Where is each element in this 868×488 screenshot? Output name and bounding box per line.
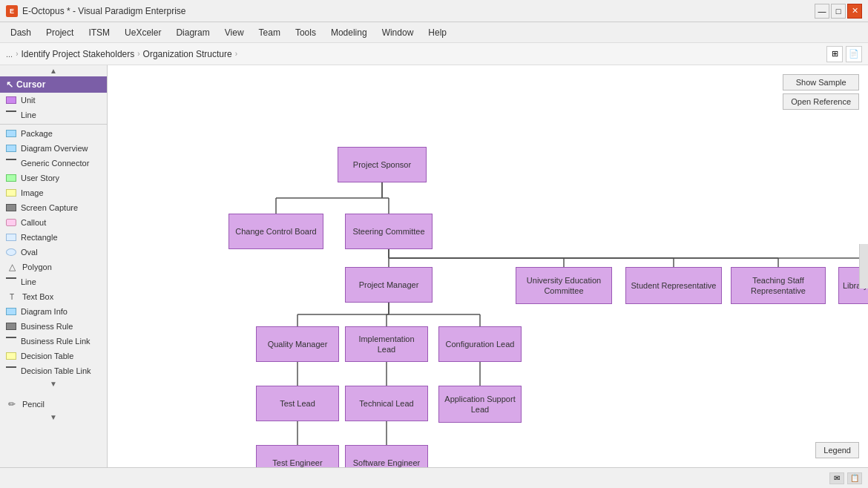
legend-button[interactable]: Legend <box>815 442 859 458</box>
close-button[interactable]: ✕ <box>847 4 862 19</box>
show-sample-button[interactable]: Show Sample <box>783 74 859 90</box>
menu-help[interactable]: Help <box>421 25 454 40</box>
sidebar-item-business-rule[interactable]: Business Rule <box>0 319 107 334</box>
sidebar-item-unit[interactable]: Unit <box>0 93 107 108</box>
sidebar-item-diagram-info[interactable]: Diagram Info <box>0 304 107 319</box>
pencil-icon: ✏ <box>6 400 18 409</box>
package-icon <box>6 130 16 137</box>
sidebar-bottom-arrow[interactable]: ▼ <box>0 412 107 423</box>
sidebar-scroll-up[interactable]: ▲ <box>0 65 107 76</box>
business-rule-icon <box>6 323 16 330</box>
rectangle-icon <box>6 234 16 241</box>
org-chart: Project SponsorChange Control BoardSteer… <box>108 65 868 467</box>
title-bar: E E-Octopus * - Visual Paradigm Enterpri… <box>0 0 868 22</box>
org-node-change-control-board[interactable]: Change Control Board <box>228 214 323 249</box>
org-node-test-lead[interactable]: Test Lead <box>256 386 339 421</box>
org-node-teaching-staff-representative[interactable]: Teaching Staff Representative <box>731 267 826 304</box>
sidebar-item-pencil[interactable]: ✏ Pencil <box>0 397 107 412</box>
app-title: E-Octopus * - Visual Paradigm Enterprise <box>22 6 186 16</box>
org-node-configuration-lead[interactable]: Configuration Lead <box>438 326 522 362</box>
sidebar-item-rectangle[interactable]: Rectangle <box>0 230 107 245</box>
canvas-buttons: Show Sample Open Reference <box>783 74 859 110</box>
open-reference-button[interactable]: Open Reference <box>783 93 859 110</box>
menu-window[interactable]: Window <box>375 25 421 40</box>
breadcrumb-ellipsis[interactable]: ... <box>6 50 13 59</box>
menu-itsm[interactable]: ITSM <box>81 25 117 40</box>
cursor-icon: ↖ <box>6 79 13 90</box>
menu-project[interactable]: Project <box>39 25 81 40</box>
sidebar-item-callout[interactable]: Callout <box>0 215 107 230</box>
org-node-student-representative[interactable]: Student Representative <box>625 267 722 304</box>
app-icon: E <box>6 5 18 17</box>
org-node-technical-lead[interactable]: Technical Lead <box>345 386 428 421</box>
breadcrumb-item-2[interactable]: Organization Structure <box>143 49 232 59</box>
org-node-project-sponsor[interactable]: Project Sponsor <box>338 147 427 182</box>
decision-table-icon <box>6 352 16 360</box>
org-node-test-engineer[interactable]: Test Engineer <box>256 445 339 467</box>
menu-modeling[interactable]: Modeling <box>323 25 375 40</box>
sidebar-item-diagram-overview[interactable]: Diagram Overview <box>0 141 107 156</box>
window-controls: — □ ✕ <box>815 0 862 22</box>
menu-team[interactable]: Team <box>251 25 288 40</box>
org-node-quality-manager[interactable]: Quality Manager <box>256 326 339 362</box>
sidebar-item-line[interactable]: Line <box>0 108 107 122</box>
business-rule-link-icon <box>6 337 16 346</box>
org-node-project-manager[interactable]: Project Manager <box>345 267 433 303</box>
unit-icon <box>6 96 16 104</box>
breadcrumb-grid-icon[interactable]: ⊞ <box>826 46 843 62</box>
sidebar-item-textbox[interactable]: T Text Box <box>0 289 107 304</box>
minimize-button[interactable]: — <box>815 4 829 19</box>
main-layout: ▲ ↖ Cursor Unit Line Package Diagram Ove… <box>0 65 868 467</box>
sidebar-item-business-rule-link[interactable]: Business Rule Link <box>0 334 107 349</box>
sidebar-item-generic-connector[interactable]: Generic Connector <box>0 156 107 171</box>
menu-diagram[interactable]: Diagram <box>168 25 217 40</box>
user-story-icon <box>6 174 16 182</box>
diagram-overview-icon <box>6 145 16 152</box>
org-node-steering-committee[interactable]: Steering Committee <box>345 214 433 249</box>
sidebar-item-package[interactable]: Package <box>0 126 107 141</box>
sidebar-item-user-story[interactable]: User Story <box>0 171 107 185</box>
menu-bar: Dash Project ITSM UeXceler Diagram View … <box>0 22 868 43</box>
sidebar: ▲ ↖ Cursor Unit Line Package Diagram Ove… <box>0 65 108 467</box>
line2-icon <box>6 277 16 286</box>
maximize-button[interactable]: □ <box>831 4 846 19</box>
sidebar-item-oval[interactable]: Oval <box>0 245 107 260</box>
sidebar-item-screen-capture[interactable]: Screen Capture <box>0 200 107 215</box>
org-node-university-education-committee[interactable]: University Education Committee <box>516 267 612 304</box>
oval-icon <box>6 248 16 256</box>
generic-connector-icon <box>6 159 16 168</box>
diagram-info-icon <box>6 308 16 315</box>
decision-table-link-icon <box>6 366 16 375</box>
org-node-software-engineer[interactable]: Software Engineer <box>345 445 428 467</box>
breadcrumb-item-1[interactable]: Identify Project Stakeholders <box>22 49 135 59</box>
breadcrumb-nav[interactable]: ... › Identify Project Stakeholders › Or… <box>6 49 237 59</box>
breadcrumb-icons: ⊞ 📄 <box>826 46 862 62</box>
sidebar-item-decision-table-link[interactable]: Decision Table Link <box>0 363 107 378</box>
callout-icon <box>6 219 16 226</box>
menu-view[interactable]: View <box>217 25 251 40</box>
menu-tools[interactable]: Tools <box>288 25 323 40</box>
org-node-implementation-lead[interactable]: Implementation Lead <box>345 326 428 362</box>
scroll-handle[interactable] <box>859 244 868 288</box>
sidebar-scroll-down[interactable]: ▼ <box>0 378 107 389</box>
screen-capture-icon <box>6 204 16 211</box>
breadcrumb-doc-icon[interactable]: 📄 <box>846 46 862 62</box>
sidebar-item-image[interactable]: Image <box>0 185 107 200</box>
line-icon <box>6 111 16 119</box>
menu-uexceler[interactable]: UeXceler <box>117 25 168 40</box>
statusbar: ✉ 📋 <box>0 467 868 488</box>
breadcrumb-bar: ... › Identify Project Stakeholders › Or… <box>0 43 868 65</box>
textbox-icon: T <box>6 292 18 301</box>
polygon-icon: △ <box>6 263 18 271</box>
sidebar-item-decision-table[interactable]: Decision Table <box>0 349 107 363</box>
statusbar-email-icon[interactable]: ✉ <box>829 472 844 484</box>
image-icon <box>6 189 16 197</box>
menu-dash[interactable]: Dash <box>3 25 39 40</box>
sidebar-item-polygon[interactable]: △ Polygon <box>0 260 107 274</box>
sidebar-header: ↖ Cursor <box>0 76 107 93</box>
canvas-area[interactable]: Show Sample Open Reference Project Spons… <box>108 65 868 467</box>
statusbar-doc-icon[interactable]: 📋 <box>847 472 862 484</box>
sidebar-item-line2[interactable]: Line <box>0 274 107 289</box>
org-node-application-support-lead[interactable]: Application Support Lead <box>438 386 522 423</box>
